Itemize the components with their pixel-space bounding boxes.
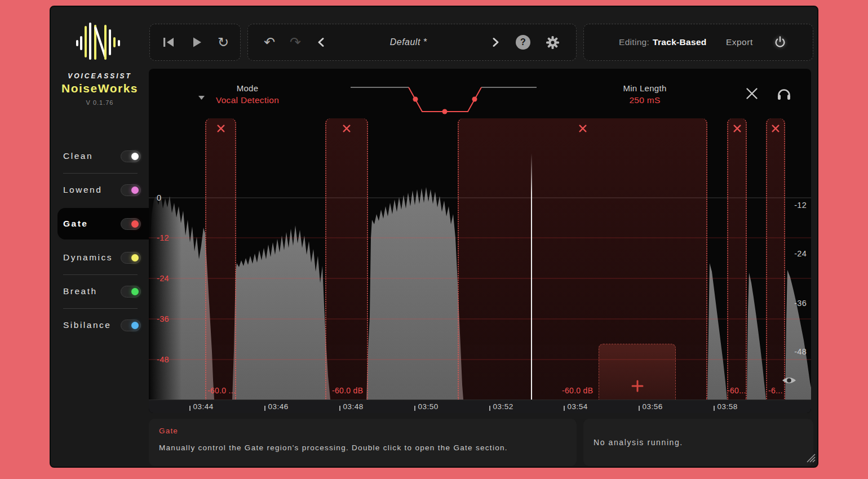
monitor-button[interactable] [776, 85, 792, 101]
tooltip-description: Manually control the Gate region's proce… [159, 443, 566, 452]
brand-name-text: NoiseWorks [51, 82, 149, 95]
timeline-tick: 03:52 [489, 403, 513, 411]
gate-region[interactable]: -60... [727, 118, 747, 400]
sidebar-item-sibilance[interactable]: Sibilance [51, 308, 149, 342]
timeline-tick: 03:46 [264, 403, 289, 411]
resize-grip-icon [804, 451, 816, 463]
session-controls: Editing:Track-Based Export [583, 24, 813, 61]
help-icon: ? [516, 35, 530, 50]
gate-region[interactable]: -60.0 dB [325, 118, 368, 400]
sidebar-item-clean[interactable]: Clean [51, 139, 149, 173]
region-delete-button[interactable] [215, 123, 227, 134]
mode-value[interactable]: Vocal Detection [183, 95, 312, 105]
play-button[interactable] [189, 35, 204, 50]
region-delete-button[interactable] [341, 123, 352, 134]
tick-label: 03:54 [568, 403, 588, 411]
sibilance-toggle[interactable] [121, 320, 141, 331]
sidebar-item-breath[interactable]: Breath [51, 274, 149, 308]
region-delete-button[interactable] [770, 123, 781, 134]
next-preset-button[interactable] [491, 37, 501, 47]
waveform-panel[interactable]: -60.0 ...-60.0 dB-60.0 dB-60...-6... Mod… [149, 69, 811, 413]
timeline-tick: 03:56 [639, 403, 663, 411]
tick-label: 03:48 [343, 403, 364, 411]
analysis-status-text: No analysis running. [594, 438, 683, 447]
plus-icon[interactable] [631, 379, 644, 393]
prev-preset-button[interactable] [316, 37, 326, 47]
gate-toggle[interactable] [121, 218, 141, 230]
mode-control[interactable]: Mode Vocal Detection [183, 83, 312, 105]
right-axis-label: -48 [794, 347, 807, 356]
close-icon [771, 124, 780, 133]
sidebar-item-lowend[interactable]: Lowend [51, 173, 149, 207]
play-icon [189, 35, 204, 50]
tick-label: 03:46 [268, 403, 289, 411]
toggle-knob [131, 322, 139, 329]
tick-mark [414, 406, 415, 411]
sidebar-item-dynamics[interactable]: Dynamics [51, 241, 149, 274]
sidebar-item-gate[interactable]: Gate [51, 207, 149, 241]
dynamics-toggle[interactable] [121, 252, 141, 264]
timeline-tick: 03:48 [339, 403, 364, 411]
sidebar-item-label: Sibilance [63, 320, 121, 330]
loop-button[interactable]: ↻ [218, 36, 229, 49]
tick-label: 03:52 [493, 403, 513, 411]
panel-close-button[interactable] [744, 86, 760, 101]
eye-icon [781, 374, 798, 387]
toggle-knob [131, 220, 139, 228]
brand-top-text: VOICEASSIST [51, 72, 149, 80]
redo-button[interactable]: ↷ [290, 36, 301, 49]
gate-region[interactable]: -60.0 ... [205, 118, 236, 400]
right-axis-label: -36 [794, 299, 807, 308]
clean-toggle[interactable] [121, 150, 141, 162]
help-button[interactable]: ? [516, 35, 530, 50]
editing-mode[interactable]: Editing:Track-Based [619, 37, 707, 47]
timeline-tick: 03:50 [414, 403, 439, 411]
tick-mark [564, 406, 565, 411]
region-threshold-label: -60... [727, 386, 746, 395]
close-icon [578, 124, 587, 133]
brand-block: VOICEASSIST NoiseWorks V 0.1.76 [51, 21, 149, 106]
power-icon [772, 34, 788, 50]
sidebar-item-label: Lowend [63, 185, 121, 195]
breath-toggle[interactable] [121, 286, 141, 298]
toggle-knob [131, 187, 139, 194]
chevron-left-icon [316, 37, 326, 47]
gate-subregion[interactable] [599, 344, 676, 400]
playhead [531, 153, 532, 413]
min-length-label: Min Length [594, 83, 696, 93]
logo-waveform-icon [73, 21, 127, 64]
lowend-toggle[interactable] [121, 184, 141, 196]
toggle-knob [131, 254, 139, 261]
gate-region[interactable]: -6... [766, 118, 785, 400]
region-threshold-label: -60.0 ... [207, 386, 236, 395]
sidebar-item-label: Breath [63, 286, 121, 296]
module-list: CleanLowendGateDynamicsBreathSibilance [51, 139, 149, 342]
preset-name[interactable]: Default * [340, 37, 476, 47]
region-delete-button[interactable] [577, 123, 588, 134]
settings-button[interactable] [545, 35, 560, 50]
tick-label: 03:50 [418, 403, 439, 411]
tick-mark [714, 406, 715, 411]
undo-button[interactable]: ↶ [264, 36, 275, 49]
close-icon [342, 124, 351, 133]
export-button[interactable]: Export [726, 37, 753, 47]
min-length-value[interactable]: 250 mS [594, 95, 696, 105]
visibility-toggle[interactable] [781, 374, 798, 389]
editing-label: Editing: [619, 37, 649, 47]
preset-controls: ↶ ↷ Default * ? [247, 24, 577, 61]
waveform-left-fade [149, 179, 181, 400]
gear-icon [545, 35, 560, 50]
tick-mark [264, 406, 265, 411]
tick-mark [489, 406, 490, 411]
region-delete-button[interactable] [732, 123, 743, 134]
gate-envelope-curve[interactable] [351, 87, 537, 114]
analysis-status-panel: No analysis running. [583, 419, 813, 466]
timeline[interactable]: 03:4403:4603:4803:5003:5203:5403:5603:58 [149, 400, 811, 413]
skip-start-icon [161, 35, 176, 50]
tooltip-title: Gate [159, 427, 566, 435]
close-icon [216, 124, 225, 133]
power-button[interactable] [772, 34, 788, 50]
resize-grip[interactable] [804, 451, 816, 465]
skip-start-button[interactable] [161, 35, 176, 50]
min-length-control[interactable]: Min Length 250 mS [594, 83, 696, 105]
